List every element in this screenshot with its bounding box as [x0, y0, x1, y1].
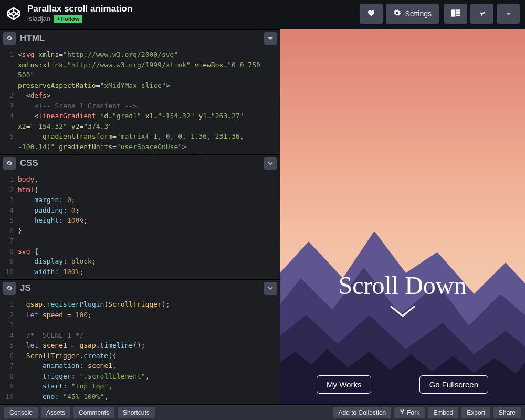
code-text[interactable]: xmlns:xlink="http://www.w3.org/1999/xlin… — [18, 60, 280, 80]
code-line[interactable]: 3 <!-- Scene 1 Gradient --> — [0, 101, 280, 111]
code-line[interactable]: xmlns:xlink="http://www.w3.org/1999/xlin… — [0, 60, 280, 80]
pen-author[interactable]: isladjan — [27, 15, 50, 23]
code-text[interactable] — [18, 320, 280, 330]
codepen-logo[interactable] — [5, 5, 22, 22]
js-editor-settings[interactable] — [3, 282, 16, 295]
css-editor-menu[interactable] — [264, 157, 277, 170]
code-line[interactable]: 2 let speed = 100; — [0, 310, 280, 320]
code-text[interactable]: let scene1 = gsap.timeline(); — [18, 340, 280, 351]
code-text[interactable]: } — [18, 226, 280, 236]
html-editor-menu[interactable] — [264, 32, 277, 45]
code-text[interactable]: html{ — [18, 185, 280, 195]
code-line[interactable]: 2html{ — [0, 185, 280, 195]
line-number: 1 — [0, 49, 18, 60]
js-editor-menu[interactable] — [264, 282, 277, 295]
code-text[interactable]: x2="-154.32" y2="374.3" — [18, 121, 280, 132]
code-line[interactable]: 10 width: 100%; — [0, 267, 280, 277]
code-text[interactable] — [18, 236, 280, 246]
code-line[interactable]: 5 height: 100%; — [0, 215, 280, 226]
code-line[interactable]: 8 trigger: ".scrollElement", — [0, 371, 280, 382]
line-number: 5 — [0, 340, 18, 351]
preview-pane[interactable]: Scroll Down My Works Go Fullscreen — [280, 29, 525, 404]
css-code-area[interactable]: 1body,2html{3 margin: 0;4 padding: 0;5 h… — [0, 172, 280, 279]
code-line[interactable]: 3 — [0, 320, 280, 330]
editor-column: HTML 1<svg xmlns="http://www.w3.org/2000… — [0, 29, 280, 404]
code-text[interactable]: ScrollTrigger.create({ — [18, 351, 280, 361]
code-text[interactable]: svg { — [18, 246, 280, 257]
code-text[interactable]: body, — [18, 174, 280, 185]
code-line[interactable]: 5 gradientTransform="matrix(-1, 0, 0, 1.… — [0, 131, 280, 142]
like-button[interactable] — [360, 4, 383, 24]
code-text[interactable]: gsap.registerPlugin(ScrollTrigger); — [18, 299, 280, 310]
code-text[interactable]: -100.14)" gradientUnits="userSpaceOnUse"… — [18, 142, 280, 152]
assets-button[interactable]: Assets — [41, 407, 70, 418]
code-line[interactable]: 9 display: block; — [0, 256, 280, 267]
code-line[interactable]: 10 end: "45% 100%", — [0, 392, 280, 402]
code-line[interactable]: preserveAspectRatio="xMidYMax slice"> — [0, 80, 280, 91]
layout-button[interactable] — [444, 4, 467, 24]
html-editor-settings[interactable] — [3, 32, 16, 45]
code-text[interactable]: end: "45% 100%", — [18, 392, 280, 402]
follow-button[interactable]: + Follow — [54, 15, 82, 23]
pin-button[interactable] — [470, 4, 494, 24]
share-button[interactable]: Share — [494, 407, 521, 418]
code-line[interactable]: x2="-154.32" y2="374.3" — [0, 121, 280, 132]
svg-rect-2 — [456, 12, 460, 14]
code-text[interactable]: <defs> — [18, 90, 280, 101]
embed-button[interactable]: Embed — [428, 407, 458, 418]
line-number: 1 — [0, 299, 18, 310]
line-number: 4 — [0, 111, 18, 121]
code-text[interactable]: <!-- Scene 1 Gradient --> — [18, 101, 280, 111]
shortcuts-button[interactable]: Shortcuts — [118, 407, 155, 418]
code-line[interactable]: 3 margin: 0; — [0, 195, 280, 205]
code-text[interactable]: <svg xmlns="http://www.w3.org/2000/svg" — [18, 49, 280, 60]
code-text[interactable]: margin: 0; — [18, 195, 280, 205]
line-number: 3 — [0, 320, 18, 330]
console-button[interactable]: Console — [4, 407, 38, 418]
add-collection-button[interactable]: Add to Collection — [333, 407, 392, 418]
html-code-area[interactable]: 1<svg xmlns="http://www.w3.org/2000/svg"… — [0, 47, 280, 154]
line-number — [0, 60, 18, 80]
code-line[interactable]: 1body, — [0, 174, 280, 185]
fork-button[interactable]: Fork — [394, 407, 425, 418]
code-line[interactable]: 7 animation: scene1, — [0, 361, 280, 371]
code-line[interactable]: 4 <linearGradient id="grad1" x1="-154.32… — [0, 111, 280, 121]
js-editor-title: JS — [20, 283, 260, 293]
more-button[interactable] — [497, 4, 520, 24]
code-line[interactable]: 6 ScrollTrigger.create({ — [0, 351, 280, 361]
my-works-button[interactable]: My Works — [317, 375, 371, 394]
code-text[interactable]: padding: 0; — [18, 205, 280, 216]
code-text[interactable]: gradientTransform="matrix(-1, 0, 0, 1.36… — [18, 131, 280, 142]
code-text[interactable]: trigger: ".scrollElement", — [18, 371, 280, 382]
chevron-down-icon — [268, 287, 273, 290]
code-text[interactable]: <linearGradient id="grad1" x1="-154.32" … — [18, 111, 280, 121]
code-text[interactable]: height: 100%; — [18, 215, 280, 226]
code-text[interactable]: preserveAspectRatio="xMidYMax slice"> — [18, 80, 280, 91]
line-number: 2 — [0, 90, 18, 101]
code-line[interactable]: 9 start: "top top", — [0, 381, 280, 392]
code-line[interactable]: 2 <defs> — [0, 90, 280, 101]
code-line[interactable]: 1<svg xmlns="http://www.w3.org/2000/svg" — [0, 49, 280, 60]
code-text[interactable]: start: "top top", — [18, 381, 280, 392]
code-line[interactable]: 1 gsap.registerPlugin(ScrollTrigger); — [0, 299, 280, 310]
settings-button[interactable]: Settings — [386, 4, 439, 24]
export-button[interactable]: Export — [461, 407, 490, 418]
code-line[interactable]: 4 /* SCENE 1 */ — [0, 330, 280, 341]
code-text[interactable]: /* SCENE 1 */ — [18, 330, 280, 341]
code-line[interactable]: 4 padding: 0; — [0, 205, 280, 216]
code-text[interactable]: animation: scene1, — [18, 361, 280, 371]
line-number: 10 — [0, 392, 18, 402]
js-code-area[interactable]: 1 gsap.registerPlugin(ScrollTrigger);2 l… — [0, 297, 280, 404]
line-number: 9 — [0, 256, 18, 267]
code-line[interactable]: 7 — [0, 236, 280, 246]
code-line[interactable]: -100.14)" gradientUnits="userSpaceOnUse"… — [0, 142, 280, 152]
css-editor-settings[interactable] — [3, 157, 16, 170]
code-text[interactable]: let speed = 100; — [18, 310, 280, 320]
go-fullscreen-button[interactable]: Go Fullscreen — [419, 375, 488, 394]
code-line[interactable]: 6} — [0, 226, 280, 236]
code-line[interactable]: 8svg { — [0, 246, 280, 257]
code-line[interactable]: 5 let scene1 = gsap.timeline(); — [0, 340, 280, 351]
code-text[interactable]: width: 100%; — [18, 267, 280, 277]
comments-button[interactable]: Comments — [74, 407, 114, 418]
code-text[interactable]: display: block; — [18, 256, 280, 267]
